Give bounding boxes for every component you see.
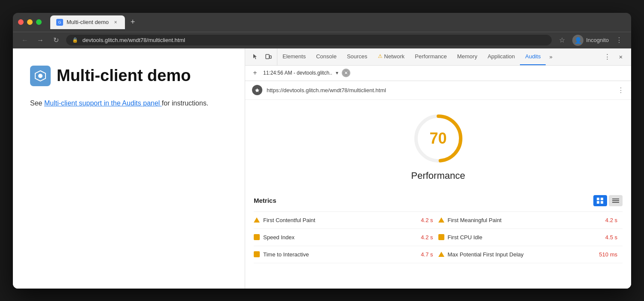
device-toggle-icon[interactable] [262, 51, 274, 63]
metrics-left-column: First Contentful Paint 4.2 s Speed Index… [254, 212, 438, 263]
tti-value: 4.7 s [421, 251, 433, 258]
devtools-content: https://devtools.glitch.me/wndt78/multic… [245, 81, 631, 289]
page-logo-row: Multi-client demo [30, 66, 228, 86]
tab-performance[interactable]: Performance [410, 48, 452, 65]
svg-rect-1 [266, 54, 269, 59]
traffic-light-yellow[interactable] [27, 19, 33, 25]
page-title: Multi-client demo [57, 67, 191, 85]
devtools-tool-icons [247, 48, 277, 65]
score-area: 70 Performance [245, 100, 631, 190]
fmp-value: 4.2 s [605, 217, 617, 223]
clear-icon-svg [343, 70, 349, 76]
tab-title: Multi-client demo [67, 19, 109, 25]
nav-back-button[interactable]: ← [20, 35, 30, 45]
audit-timestamp: 11:24:56 AM - devtools.glitch.. [263, 70, 332, 76]
bookmark-icon[interactable]: ☆ [557, 35, 567, 45]
tti-label: Time to Interactive [263, 251, 417, 258]
nav-forward-button[interactable]: → [35, 35, 46, 45]
devtools-panel: Elements Console Sources ⚠ Network Perfo… [245, 48, 631, 289]
tab-more-button[interactable]: » [546, 48, 556, 65]
metrics-grid: First Contentful Paint 4.2 s Speed Index… [254, 212, 623, 263]
traffic-lights [18, 19, 42, 25]
devtools-more-icon[interactable]: ⋮ [601, 51, 613, 63]
address-url: devtools.glitch.me/wndt78/multiclient.ht… [82, 37, 185, 43]
metrics-right-column: First Meaningful Paint 4.2 s First CPU I… [438, 212, 623, 263]
tab-audits[interactable]: Audits [520, 48, 546, 65]
score-ring: 70 [413, 113, 464, 164]
page-description: See Multi-client support in the Audits p… [30, 98, 228, 108]
fci-value: 4.5 s [605, 234, 617, 241]
description-before: See [30, 99, 44, 107]
tab-console[interactable]: Console [311, 48, 342, 65]
title-bar: G Multi-client demo × + [13, 13, 631, 32]
svg-rect-10 [601, 198, 603, 200]
tab-elements[interactable]: Elements [277, 48, 311, 65]
mpfid-value: 510 ms [599, 251, 617, 258]
metrics-header: Metrics [254, 190, 623, 212]
audit-url-bar: https://devtools.glitch.me/wndt78/multic… [245, 81, 631, 100]
si-label: Speed Index [263, 234, 417, 241]
metric-row-mpfid: Max Potential First Input Delay 510 ms [438, 246, 623, 263]
incognito-area: 👤 Incognito [572, 35, 609, 46]
mpfid-label: Max Potential First Input Delay [448, 251, 596, 258]
tti-warning-icon [254, 251, 260, 257]
element-picker-icon[interactable] [249, 51, 261, 63]
toggle-list-button[interactable] [609, 195, 623, 206]
metric-row-fcp: First Contentful Paint 4.2 s [254, 212, 438, 229]
audit-favicon [252, 85, 262, 95]
devtools-right-icons: ⋮ × [598, 51, 629, 63]
metrics-title: Metrics [254, 197, 276, 204]
metric-row-fci: First CPU Idle 4.5 s [438, 229, 623, 246]
logo-svg [33, 69, 47, 83]
score-value: 70 [429, 129, 447, 147]
device-icon-svg [265, 53, 272, 60]
tab-memory[interactable]: Memory [452, 48, 483, 65]
browser-tab-active[interactable]: G Multi-client demo × [50, 15, 125, 29]
devtools-secondary-bar: + 11:24:56 AM - devtools.glitch.. ▾ [245, 66, 631, 81]
svg-rect-15 [612, 202, 619, 203]
devtools-tabs: Elements Console Sources ⚠ Network Perfo… [277, 48, 598, 65]
tab-favicon: G [56, 19, 63, 26]
devtools-toolbar: Elements Console Sources ⚠ Network Perfo… [245, 48, 631, 66]
fmp-label: First Meaningful Paint [448, 217, 602, 223]
metric-row-fmp: First Meaningful Paint 4.2 s [438, 212, 623, 229]
tab-network[interactable]: ⚠ Network [373, 48, 410, 65]
fci-label: First CPU Idle [448, 234, 602, 241]
address-input[interactable]: 🔒 devtools.glitch.me/wndt78/multiclient.… [66, 35, 552, 45]
si-value: 4.2 s [421, 234, 433, 241]
main-content: Multi-client demo See Multi-client suppo… [13, 48, 631, 289]
browser-right-icons: ☆ 👤 Incognito ⋮ [557, 35, 624, 46]
fcp-label: First Contentful Paint [263, 217, 417, 223]
audit-url-more-icon[interactable]: ⋮ [617, 86, 624, 94]
svg-rect-12 [601, 201, 603, 204]
devtools-close-icon[interactable]: × [615, 51, 627, 63]
fcp-value: 4.2 s [421, 217, 433, 223]
tab-application[interactable]: Application [483, 48, 520, 65]
page-logo [30, 66, 51, 86]
description-after: for instructions. [162, 99, 208, 107]
nav-refresh-button[interactable]: ↻ [51, 35, 61, 45]
clear-audit-button[interactable] [342, 69, 350, 77]
tab-close-button[interactable]: × [112, 19, 119, 26]
audits-panel-link[interactable]: Multi-client support in the Audits panel [44, 99, 162, 107]
svg-rect-13 [612, 199, 619, 199]
incognito-icon[interactable]: 👤 [572, 35, 583, 46]
traffic-light-green[interactable] [36, 19, 42, 25]
cursor-icon-svg [252, 53, 259, 60]
metric-row-si: Speed Index 4.2 s [254, 229, 438, 246]
tab-bar: G Multi-client demo × + [50, 15, 626, 29]
fmp-warning-icon [438, 217, 444, 223]
toggle-grid-button[interactable] [593, 195, 607, 206]
add-audit-button[interactable]: + [250, 68, 260, 78]
lock-icon: 🔒 [72, 37, 78, 43]
tab-sources[interactable]: Sources [342, 48, 373, 65]
list-view-icon [612, 198, 619, 204]
mpfid-warning-icon [438, 252, 444, 257]
incognito-label: Incognito [586, 37, 609, 43]
browser-more-icon[interactable]: ⋮ [614, 35, 624, 45]
timestamp-dropdown-icon[interactable]: ▾ [336, 70, 338, 76]
metric-row-tti: Time to Interactive 4.7 s [254, 246, 438, 263]
new-tab-button[interactable]: + [127, 16, 139, 28]
traffic-light-red[interactable] [18, 19, 24, 25]
page-content: Multi-client demo See Multi-client suppo… [13, 48, 245, 289]
